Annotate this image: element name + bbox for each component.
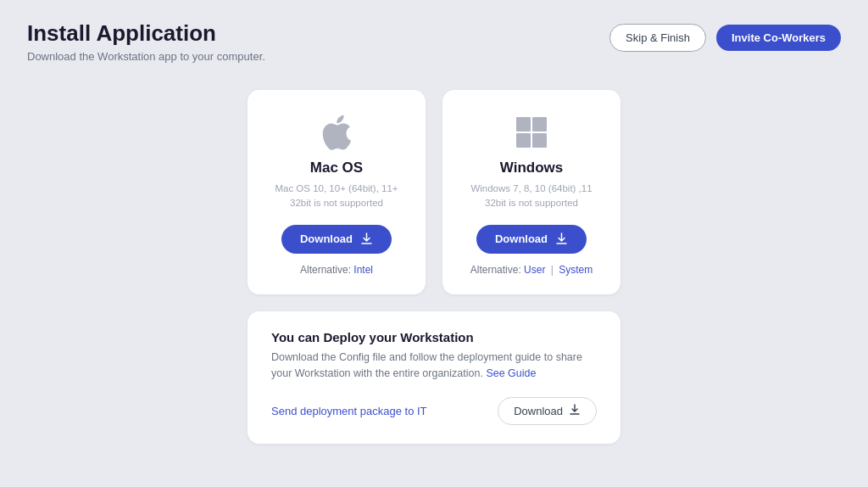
- page-title: Install Application: [27, 20, 265, 47]
- macos-card: Mac OS Mac OS 10, 10+ (64bit), 11+32bit …: [248, 90, 426, 294]
- os-cards-row: Mac OS Mac OS 10, 10+ (64bit), 11+32bit …: [27, 90, 841, 294]
- download-icon: [359, 232, 373, 246]
- windows-alt-prefix: Alternative:: [470, 264, 521, 276]
- deploy-actions: Send deployment package to IT Download: [271, 397, 597, 425]
- send-deployment-link[interactable]: Send deployment package to IT: [271, 405, 427, 417]
- page-subtitle: Download the Workstation app to your com…: [27, 50, 265, 63]
- apple-icon: [318, 114, 355, 151]
- see-guide-link[interactable]: See Guide: [486, 367, 536, 379]
- macos-download-button[interactable]: Download: [281, 225, 392, 254]
- windows-card: Windows Windows 7, 8, 10 (64bit) ,1132bi…: [442, 90, 620, 294]
- page: Install Application Download the Worksta…: [0, 0, 868, 487]
- svg-rect-2: [516, 133, 531, 148]
- deploy-download-label: Download: [514, 405, 563, 417]
- macos-name: Mac OS: [310, 160, 363, 176]
- deploy-title: You can Deploy your Workstation: [271, 330, 597, 344]
- windows-user-link[interactable]: User: [524, 264, 545, 276]
- header-actions: Skip & Finish Invite Co-Workers: [609, 24, 841, 52]
- windows-icon: [513, 114, 550, 151]
- invite-coworkers-button[interactable]: Invite Co-Workers: [716, 25, 841, 51]
- windows-alternative: Alternative: User | System: [470, 264, 593, 276]
- macos-alt-prefix: Alternative:: [300, 264, 351, 276]
- deploy-download-button[interactable]: Download: [498, 397, 597, 425]
- svg-rect-0: [516, 117, 531, 132]
- deploy-description: Download the Config file and follow the …: [271, 350, 597, 383]
- windows-system-link[interactable]: System: [559, 264, 593, 276]
- header-left: Install Application Download the Worksta…: [27, 20, 265, 63]
- deploy-card: You can Deploy your Workstation Download…: [248, 311, 620, 445]
- svg-rect-1: [532, 117, 547, 132]
- svg-rect-3: [532, 133, 547, 148]
- windows-download-label: Download: [495, 232, 548, 245]
- windows-download-button[interactable]: Download: [476, 225, 587, 254]
- windows-name: Windows: [500, 160, 563, 176]
- download-icon: [569, 404, 581, 418]
- macos-intel-link[interactable]: Intel: [353, 264, 373, 276]
- header: Install Application Download the Worksta…: [27, 20, 841, 63]
- windows-desc: Windows 7, 8, 10 (64bit) ,1132bit is not…: [470, 182, 592, 211]
- download-icon: [554, 232, 568, 246]
- macos-desc: Mac OS 10, 10+ (64bit), 11+32bit is not …: [275, 182, 398, 211]
- skip-finish-button[interactable]: Skip & Finish: [609, 24, 706, 52]
- macos-alternative: Alternative: Intel: [300, 264, 373, 276]
- macos-download-label: Download: [300, 232, 353, 245]
